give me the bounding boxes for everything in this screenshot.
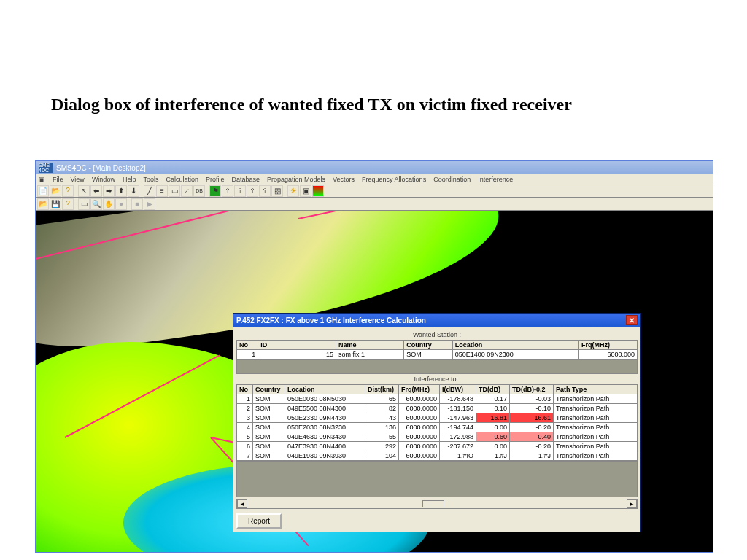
palette-icon[interactable]: [312, 185, 324, 197]
col-location[interactable]: Location: [285, 385, 365, 394]
separator-icon: [74, 198, 77, 210]
report-button[interactable]: Report: [236, 513, 282, 529]
line-icon[interactable]: ╱: [144, 185, 155, 197]
cell-country: SOM: [404, 350, 453, 359]
question-icon[interactable]: ?: [62, 198, 74, 210]
menu-view[interactable]: View: [71, 176, 85, 183]
col-frq[interactable]: Frq(MHz): [399, 385, 440, 394]
grid-spacer: [236, 461, 638, 497]
close-icon[interactable]: ✕: [626, 315, 638, 325]
open2-icon[interactable]: 📂: [37, 198, 49, 210]
table-row[interactable]: 4SOM050E2030 08N32301366000.0000-194.744…: [237, 423, 638, 432]
cell: 0.60: [476, 432, 510, 442]
triline-icon[interactable]: ≡: [156, 185, 168, 197]
menu-interference[interactable]: Interference: [478, 176, 513, 183]
screen-icon[interactable]: ▣: [300, 185, 311, 197]
table-row[interactable]: 5SOM049E4630 09N3430556000.0000-172.9880…: [237, 432, 638, 442]
menu-calculation[interactable]: Calculation: [166, 176, 198, 183]
rect-icon[interactable]: ▭: [169, 185, 180, 197]
cell: -1.#J: [476, 451, 510, 461]
table-row[interactable]: 6SOM047E3930 08N44002926000.0000-207.672…: [237, 442, 638, 451]
save-icon[interactable]: 💾: [50, 198, 61, 210]
stop-icon[interactable]: ■: [131, 198, 143, 210]
cell: Transhorizon Path: [554, 432, 638, 442]
right-arrow-icon[interactable]: ➡: [103, 185, 115, 197]
table-row[interactable]: 3SOM050E2330 09N4430436000.0000-147.9631…: [237, 413, 638, 423]
col-id[interactable]: ID: [258, 341, 336, 350]
tower3-icon[interactable]: ⫯: [247, 185, 258, 197]
table-row[interactable]: 7SOM049E1930 09N39301046000.0000-1.#IO-1…: [237, 451, 638, 461]
col-country[interactable]: Country: [253, 385, 285, 394]
cell: 1: [237, 394, 253, 404]
db-icon[interactable]: DB: [193, 185, 205, 197]
table-row[interactable]: 2SOM049E5500 08N4300826000.0000-181.1500…: [237, 404, 638, 413]
left-arrow-icon[interactable]: ⬅: [90, 185, 102, 197]
cell: -147.963: [440, 413, 476, 423]
wanted-row[interactable]: 1 15 som fix 1 SOM 050E1400 09N2300 6000…: [237, 350, 638, 359]
scroll-right-icon[interactable]: ►: [627, 499, 637, 508]
control-icon[interactable]: ▣: [39, 176, 45, 183]
cell: 050E0030 08N5030: [285, 394, 365, 404]
cell: 82: [365, 404, 399, 413]
app-title: SMS4DC - [Main Desktop2]: [56, 164, 146, 172]
col-idbw[interactable]: I(dBW): [440, 385, 476, 394]
col-country[interactable]: Country: [404, 341, 453, 350]
rect2-icon[interactable]: ▭: [78, 198, 90, 210]
tower4-icon[interactable]: ⫯: [259, 185, 271, 197]
zoom-icon[interactable]: 🔍: [90, 198, 102, 210]
cell: SOM: [253, 404, 285, 413]
scroll-thumb[interactable]: [422, 500, 444, 508]
hand-icon[interactable]: ✋: [103, 198, 115, 210]
cell: 6000.0000: [399, 423, 440, 432]
menu-frequency-allocations[interactable]: Frequency Allocations: [362, 176, 426, 183]
interf-label: Interference to :: [236, 374, 638, 384]
menu-window[interactable]: Window: [92, 176, 115, 183]
menu-profile[interactable]: Profile: [206, 176, 225, 183]
col-no[interactable]: No: [237, 341, 258, 350]
menu-tools[interactable]: Tools: [143, 176, 158, 183]
cell: 049E4630 09N3430: [285, 432, 365, 442]
sun-icon[interactable]: ☀: [287, 185, 299, 197]
play-icon[interactable]: ▶: [144, 198, 155, 210]
cell: Transhorizon Path: [554, 451, 638, 461]
cell: 6: [237, 442, 253, 451]
tower2-icon[interactable]: ⫯: [234, 185, 246, 197]
menu-database[interactable]: Database: [231, 176, 260, 183]
down-arrow-icon[interactable]: ⬇: [128, 185, 139, 197]
ruler-icon[interactable]: ⟋: [181, 185, 193, 197]
pointer-icon[interactable]: ↖: [78, 185, 90, 197]
cell: 6000.0000: [399, 442, 440, 451]
menu-coordination[interactable]: Coordination: [433, 176, 471, 183]
col-td2[interactable]: TD(dB)-0.2: [510, 385, 554, 394]
menu-vectors[interactable]: Vectors: [333, 176, 355, 183]
map-canvas[interactable]: P.452 FX2FX : FX above 1 GHz Interferenc…: [36, 211, 713, 552]
col-frq[interactable]: Frq(MHz): [579, 341, 638, 350]
help-icon[interactable]: ?: [62, 185, 74, 197]
cell: -178.648: [440, 394, 476, 404]
cell: 55: [365, 432, 399, 442]
up-arrow-icon[interactable]: ⬆: [115, 185, 127, 197]
menu-help[interactable]: Help: [123, 176, 136, 183]
col-td[interactable]: TD(dB): [476, 385, 510, 394]
col-path[interactable]: Path Type: [554, 385, 638, 394]
tower1-icon[interactable]: ⫯: [222, 185, 233, 197]
col-name[interactable]: Name: [336, 341, 403, 350]
new-icon[interactable]: 📄: [37, 185, 49, 197]
menu-file[interactable]: File: [53, 176, 63, 183]
interference-table: No Country Location Dist(km) Frq(MHz) I(…: [236, 384, 638, 461]
flag-icon[interactable]: ⚑: [209, 185, 221, 197]
open-icon[interactable]: 📂: [50, 185, 61, 197]
h-scrollbar[interactable]: ◄ ►: [236, 499, 638, 509]
dialog-titlebar[interactable]: P.452 FX2FX : FX above 1 GHz Interferenc…: [233, 314, 640, 327]
col-no[interactable]: No: [237, 385, 253, 394]
cell: SOM: [253, 423, 285, 432]
circle-icon[interactable]: ●: [115, 198, 127, 210]
table-row[interactable]: 1SOM050E0030 08N5030656000.0000-178.6480…: [237, 394, 638, 404]
scroll-left-icon[interactable]: ◄: [237, 499, 247, 508]
app-window: SMS 4DC SMS4DC - [Main Desktop2] ▣ File …: [35, 160, 713, 553]
menu-propagation-models[interactable]: Propagation Models: [267, 176, 325, 183]
col-dist[interactable]: Dist(km): [365, 385, 399, 394]
card-icon[interactable]: ▧: [271, 185, 283, 197]
col-location[interactable]: Location: [452, 341, 578, 350]
toolbar-1: 📄 📂 ? ↖ ⬅ ➡ ⬆ ⬇ ╱ ≡ ▭ ⟋ DB ⚑ ⫯ ⫯ ⫯ ⫯ ▧ ☀…: [36, 184, 713, 198]
